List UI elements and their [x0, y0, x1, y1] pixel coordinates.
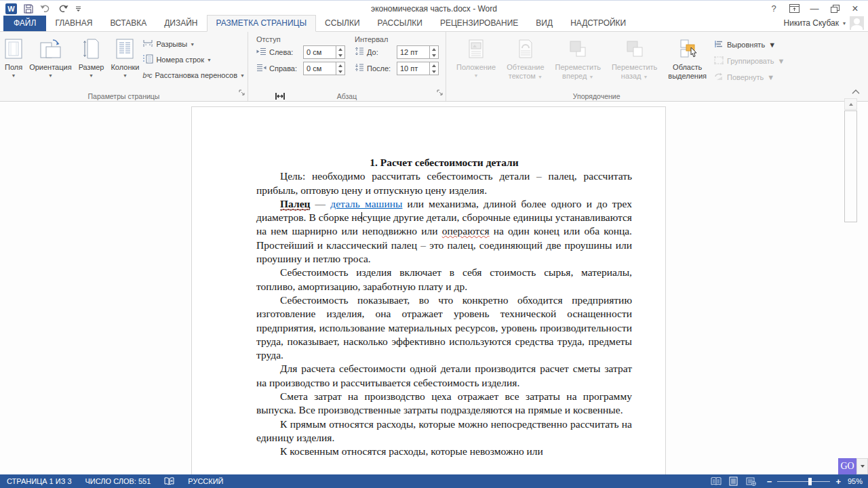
minimize-icon[interactable]: —	[806, 2, 823, 16]
zoom-in-icon[interactable]: +	[835, 476, 841, 487]
zoom-slider[interactable]: − +	[760, 476, 848, 487]
columns-button[interactable]: Колонки ▼	[107, 35, 142, 92]
word-count[interactable]: ЧИСЛО СЛОВ: 551	[79, 474, 158, 488]
print-layout-icon[interactable]	[725, 474, 743, 488]
zoom-level[interactable]: 95%	[848, 477, 868, 485]
doc-paragraph-direct: К прямым относятся расходы, которые можн…	[256, 418, 632, 445]
help-icon[interactable]: ?	[765, 2, 783, 16]
restore-icon[interactable]	[826, 2, 844, 16]
doc-misspelled-word: операются	[442, 225, 490, 237]
window-controls: ? — ×	[765, 2, 868, 16]
spacing-after-input[interactable]: 10 пт	[397, 62, 439, 75]
spacing-before-input[interactable]: 12 пт	[397, 45, 439, 59]
indent-right-label: Справа:	[269, 64, 300, 73]
avatar[interactable]	[850, 16, 864, 30]
send-backward-icon	[625, 37, 644, 61]
align-button[interactable]: Выровнять ▼	[714, 38, 785, 52]
proofing-icon[interactable]	[157, 474, 181, 488]
indent-right-input[interactable]: 0 см	[303, 62, 345, 75]
orientation-dropdown-icon: ▼	[48, 73, 53, 78]
tab-home[interactable]: ГЛАВНАЯ	[46, 16, 101, 31]
rotate-icon	[714, 73, 724, 82]
go-overlay-dropdown-icon[interactable]	[856, 458, 868, 474]
user-name: Никита Скубак	[784, 18, 839, 28]
document-text[interactable]: 1. Расчет себестоимости детали Цель: нео…	[256, 156, 632, 459]
tab-references[interactable]: ССЫЛКИ	[316, 16, 368, 31]
indent-left-spinner[interactable]	[336, 46, 344, 58]
group-button: Группировать ▼	[714, 54, 785, 68]
indent-left-icon	[256, 46, 267, 58]
tab-page-layout[interactable]: РАЗМЕТКА СТРАНИЦЫ	[207, 15, 317, 32]
zoom-track[interactable]	[777, 481, 830, 482]
spacing-after-label: После:	[367, 64, 394, 73]
doc-paragraph-cost-includes: Себестоимость изделия включает в себя ст…	[256, 266, 632, 293]
tab-view[interactable]: ВИД	[527, 16, 561, 31]
tab-review[interactable]: РЕЦЕНЗИРОВАНИЕ	[431, 16, 527, 31]
margins-button[interactable]: Поля ▼	[1, 35, 26, 92]
size-icon	[83, 37, 100, 61]
doc-paragraph-calculation: Для расчета себестоимости одной детали п…	[256, 362, 632, 390]
collapse-ribbon-icon[interactable]	[852, 85, 860, 97]
spacing-before-spinner[interactable]	[429, 46, 438, 58]
read-mode-icon[interactable]	[707, 474, 725, 488]
scrollbar-thumb[interactable]	[844, 110, 857, 222]
web-layout-icon[interactable]	[743, 474, 760, 488]
size-button[interactable]: Размер ▼	[75, 35, 108, 92]
orientation-button[interactable]: Ориентация ▼	[26, 35, 75, 92]
account-area[interactable]: Никита Скубак ▾	[784, 16, 868, 31]
position-button: Положение ▼	[453, 35, 499, 92]
spacing-header: Интервал	[355, 35, 439, 43]
page-setup-dialog-launcher-icon[interactable]	[239, 87, 245, 99]
send-backward-dropdown-icon: ▼	[644, 75, 648, 79]
group-label-arrange: Упорядочение	[406, 92, 787, 100]
close-icon[interactable]: ×	[846, 2, 864, 16]
zoom-out-icon[interactable]: −	[767, 476, 772, 487]
tab-addins[interactable]: НАДСТРОЙКИ	[561, 16, 635, 31]
group-arrange: Положение ▼ Обтеканиетекстом ▼ Перемести…	[446, 32, 787, 101]
tab-design[interactable]: ДИЗАЙН	[155, 16, 206, 31]
indent-left-input[interactable]: 0 см	[303, 45, 345, 59]
vertical-scrollbar[interactable]	[844, 98, 857, 474]
hyphenation-icon: bᵃc	[142, 72, 152, 79]
doc-hyperlink[interactable]: деталь машины	[330, 198, 402, 209]
breaks-button[interactable]: Разрывы ▼	[142, 37, 245, 51]
tab-file[interactable]: ФАЙЛ	[3, 16, 46, 31]
selection-pane-button[interactable]: Областьвыделения	[665, 35, 710, 92]
rotate-dropdown-icon: ▼	[767, 73, 774, 81]
column-resize-pointer-icon	[274, 90, 286, 105]
document-area[interactable]: 1. Расчет себестоимости детали Цель: нео…	[0, 102, 868, 474]
tab-mailings[interactable]: РАССЫЛКИ	[369, 16, 431, 31]
doc-heading: 1. Расчет себестоимости детали	[256, 156, 632, 169]
group-label-page-setup: Параметры страницы	[0, 92, 248, 100]
doc-term-bold: Палец	[280, 198, 310, 210]
ribbon-tab-row: ФАЙЛ ГЛАВНАЯ ВСТАВКА ДИЗАЙН РАЗМЕТКА СТР…	[0, 16, 868, 32]
ribbon-display-options-icon[interactable]	[785, 2, 803, 16]
spacing-before-icon	[355, 46, 364, 58]
tab-insert[interactable]: ВСТАВКА	[101, 16, 155, 31]
position-dropdown-icon: ▼	[474, 73, 479, 78]
page-indicator[interactable]: СТРАНИЦА 1 ИЗ 3	[0, 474, 79, 488]
wrap-text-icon	[517, 37, 534, 61]
group-page-setup: Поля ▼ Ориентация ▼ Размер ▼ Колонки ▼	[0, 32, 248, 101]
ribbon: Поля ▼ Ориентация ▼ Размер ▼ Колонки ▼	[0, 32, 868, 102]
indent-right-icon	[256, 62, 267, 75]
position-icon	[468, 37, 484, 61]
group-dropdown-icon: ▼	[778, 57, 785, 65]
zoom-thumb[interactable]	[808, 478, 812, 485]
document-page[interactable]: 1. Расчет себестоимости детали Цель: нео…	[191, 106, 666, 474]
hyphenation-button[interactable]: bᵃc Расстановка переносов ▼	[142, 68, 245, 82]
scroll-up-icon[interactable]	[844, 98, 857, 110]
spacing-after-spinner[interactable]	[429, 62, 438, 75]
indent-right-spinner[interactable]	[336, 62, 344, 75]
indent-left-label: Слева:	[269, 48, 300, 56]
size-dropdown-icon: ▼	[89, 73, 94, 78]
line-numbers-button[interactable]: Номера строк ▼	[142, 53, 245, 66]
window-title: экономическая часть.docx - Word	[0, 4, 868, 14]
account-dropdown-icon[interactable]: ▾	[843, 20, 846, 26]
line-numbers-icon	[142, 54, 153, 65]
doc-paragraph-indirect: К косвенным относятся расходы, которые н…	[256, 445, 632, 458]
language-indicator[interactable]: РУССКИЙ	[181, 474, 230, 488]
go-overlay-badge[interactable]: GO	[838, 458, 856, 474]
doc-paragraph-goal: Цель: необходимо рассчитать себестоимост…	[256, 169, 632, 197]
align-dropdown-icon: ▼	[768, 41, 776, 49]
